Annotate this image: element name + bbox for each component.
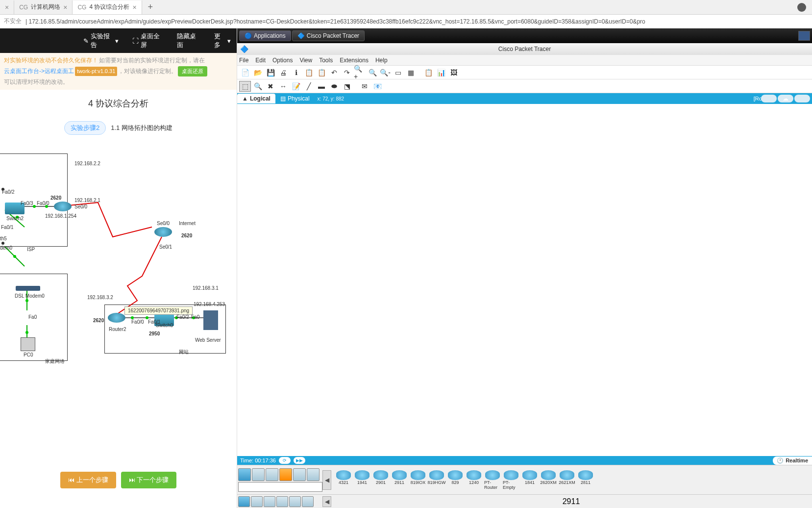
complex-pdu-icon[interactable]: 📧 bbox=[371, 81, 383, 92]
browser-settings-icon[interactable] bbox=[797, 3, 806, 12]
view-icon[interactable] bbox=[794, 95, 810, 102]
zoom-in-icon[interactable]: 🔍+ bbox=[354, 67, 366, 78]
switches-subcat[interactable] bbox=[251, 496, 263, 507]
new-tab-button[interactable]: + bbox=[142, 2, 159, 12]
print-icon[interactable]: 🖨 bbox=[277, 67, 289, 78]
guide-toolbar: ✎ 实验报告 ▾ ⛶ 桌面全屏 隐藏桌面 更多 ▾ bbox=[0, 28, 237, 53]
routers-subcat[interactable] bbox=[238, 496, 250, 507]
label: 家庭网络 bbox=[45, 358, 65, 365]
drawing-palette-icon[interactable]: ▭ bbox=[392, 67, 404, 78]
connections-cat[interactable] bbox=[279, 468, 292, 481]
fullscreen-button[interactable]: ⛶ 桌面全屏 bbox=[126, 28, 169, 53]
fast-forward-button[interactable]: ▶▶ bbox=[294, 457, 305, 464]
menu-help[interactable]: Help bbox=[375, 57, 388, 64]
device-2911[interactable]: 2911 bbox=[391, 470, 408, 490]
menu-edit[interactable]: Edit bbox=[255, 57, 266, 64]
menu-tools[interactable]: Tools bbox=[319, 57, 333, 64]
device-pt-empty[interactable]: PT-Empty bbox=[503, 470, 519, 490]
copy-icon[interactable]: 📋 bbox=[303, 67, 315, 78]
device-829[interactable]: 829 bbox=[447, 470, 464, 490]
menu-extensions[interactable]: Extensions bbox=[340, 57, 369, 64]
end-devices-cat[interactable] bbox=[252, 468, 265, 481]
new-icon[interactable]: 📄 bbox=[239, 67, 251, 78]
device-2901[interactable]: 2901 bbox=[372, 470, 389, 490]
undo-icon[interactable]: ↶ bbox=[328, 67, 340, 78]
custom-devices-icon[interactable]: ▦ bbox=[405, 67, 417, 78]
close-icon[interactable]: × bbox=[63, 3, 67, 11]
device-819hgw[interactable]: 819HGW bbox=[428, 470, 445, 490]
misc-cat[interactable] bbox=[293, 468, 306, 481]
power-cycle-button[interactable]: ⟳ bbox=[279, 457, 291, 464]
zoom-out-icon[interactable]: 🔍- bbox=[379, 67, 391, 78]
wizard-icon[interactable]: ℹ bbox=[290, 67, 302, 78]
device-dropdown[interactable] bbox=[238, 482, 322, 492]
simple-pdu-icon[interactable]: ✉ bbox=[359, 81, 370, 92]
screenshot-icon[interactable]: 📊 bbox=[435, 67, 447, 78]
device-819iox[interactable]: 819IOX bbox=[410, 470, 426, 490]
applications-menu[interactable]: 🔵 Applications bbox=[239, 30, 291, 41]
more-button[interactable]: 更多 ▾ bbox=[208, 28, 237, 53]
resize-icon[interactable]: ↔ bbox=[277, 81, 289, 92]
device-pt-router[interactable]: PT-Router bbox=[484, 470, 501, 490]
image-icon[interactable]: 🖼 bbox=[448, 67, 460, 78]
open-icon[interactable]: 📂 bbox=[252, 67, 264, 78]
device-1240[interactable]: 1240 bbox=[466, 470, 482, 490]
label: 192.168.2.2 bbox=[74, 161, 100, 166]
paste-icon[interactable]: 📋 bbox=[316, 67, 327, 78]
reset-desktop-button[interactable]: 桌面还原 bbox=[178, 66, 207, 76]
browser-tab-0[interactable]: × bbox=[0, 0, 14, 14]
pt-workspace[interactable] bbox=[237, 104, 812, 456]
device-1841[interactable]: 1841 bbox=[521, 470, 538, 490]
line-tool-icon[interactable]: ╱ bbox=[303, 81, 315, 92]
packet-tracer-task[interactable]: 🔷 Cisco Packet Tracer bbox=[292, 30, 365, 41]
ellipse-tool-icon[interactable]: ⬬ bbox=[328, 81, 340, 92]
browser-tab-1[interactable]: CG 计算机网络 × bbox=[14, 0, 73, 14]
step-badge[interactable]: 实验步骤2 bbox=[64, 121, 106, 135]
components-cat[interactable] bbox=[266, 468, 278, 481]
hubs-subcat[interactable] bbox=[264, 496, 275, 507]
network-devices-cat[interactable] bbox=[238, 468, 251, 481]
select-tool-icon[interactable]: ⬚ bbox=[239, 81, 251, 92]
device-4321[interactable]: 4321 bbox=[335, 470, 352, 490]
pt-window-titlebar[interactable]: 🔷 Cisco Packet Tracer bbox=[237, 43, 812, 55]
inspect-icon[interactable]: 🔍 bbox=[252, 81, 264, 92]
address-bar[interactable]: 不安全 | 172.16.85.5/admin/courseAdmin/expA… bbox=[0, 15, 812, 28]
redo-icon[interactable]: ↷ bbox=[341, 67, 353, 78]
wan-subcat[interactable] bbox=[302, 496, 314, 507]
environment-icon[interactable]: ☁ bbox=[778, 95, 793, 102]
document-title: 4 协议综合分析 bbox=[0, 90, 237, 117]
note-tool-icon[interactable]: 📝 bbox=[290, 81, 302, 92]
menu-view[interactable]: View bbox=[299, 57, 312, 64]
remote-desktop-link[interactable]: 云桌面工作台->远程桌面工 bbox=[4, 67, 74, 76]
rectangle-tool-icon[interactable]: ▬ bbox=[316, 81, 327, 92]
security-subcat[interactable] bbox=[289, 496, 301, 507]
wireless-subcat[interactable] bbox=[276, 496, 288, 507]
device-2620xm[interactable]: 2620XM bbox=[540, 470, 557, 490]
device-2811[interactable]: 2811 bbox=[577, 470, 594, 490]
menu-options[interactable]: Options bbox=[272, 57, 293, 64]
menu-file[interactable]: File bbox=[239, 57, 248, 64]
physical-view-tab[interactable]: ▤ Physical bbox=[275, 94, 315, 103]
freeform-tool-icon[interactable]: ⬔ bbox=[341, 81, 353, 92]
nav-icon[interactable] bbox=[761, 95, 777, 102]
system-tray-icon[interactable] bbox=[798, 31, 810, 41]
close-icon[interactable]: × bbox=[5, 3, 9, 11]
next-step-button[interactable]: ⏭ 下一个步骤 bbox=[121, 472, 177, 488]
save-icon[interactable]: 💾 bbox=[265, 67, 276, 78]
hide-desktop-button[interactable]: 隐藏桌面 bbox=[171, 28, 206, 53]
realtime-tab[interactable]: 🕐 Realtime bbox=[773, 457, 812, 465]
device-2621xm[interactable]: 2621XM bbox=[559, 470, 575, 490]
logical-view-tab[interactable]: ▲ Logical bbox=[237, 94, 275, 103]
scroll-left-button-2[interactable]: ◀ bbox=[322, 496, 331, 507]
scroll-left-button[interactable]: ◀ bbox=[322, 470, 331, 490]
delete-icon[interactable]: ✖ bbox=[265, 81, 276, 92]
zoom-reset-icon[interactable]: 🔍 bbox=[367, 67, 378, 78]
browser-tab-2[interactable]: CG 4 协议综合分析 × bbox=[73, 0, 142, 14]
multiuser-cat[interactable] bbox=[307, 468, 320, 481]
close-icon[interactable]: × bbox=[132, 3, 136, 11]
notes-icon[interactable]: 📋 bbox=[422, 67, 434, 78]
report-button[interactable]: ✎ 实验报告 ▾ bbox=[77, 28, 124, 53]
security-indicator: 不安全 bbox=[4, 17, 22, 25]
prev-step-button[interactable]: ⏮ 上一个步骤 bbox=[60, 472, 116, 488]
device-1941[interactable]: 1941 bbox=[354, 470, 370, 490]
